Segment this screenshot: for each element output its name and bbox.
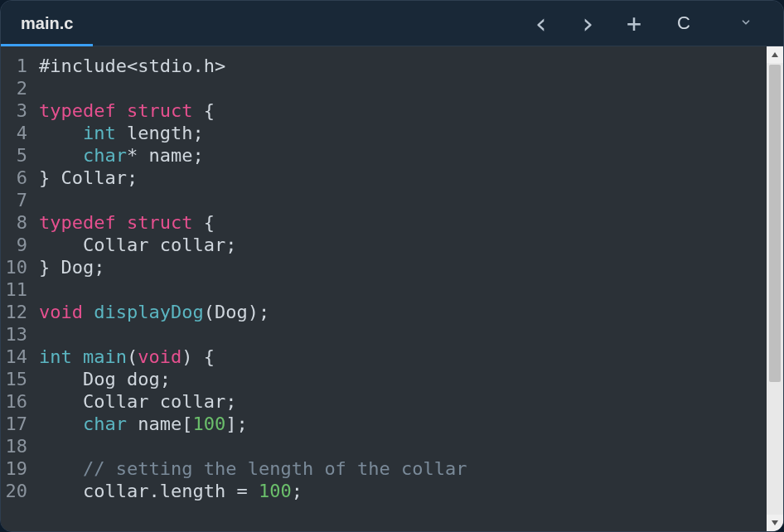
line-number: 12 — [1, 301, 34, 323]
tab-filename: main.c — [21, 14, 73, 33]
scroll-up-arrow-icon[interactable] — [767, 46, 783, 63]
code-line[interactable]: collar.length = 100; — [39, 480, 767, 502]
line-number: 15 — [1, 368, 34, 390]
code-line[interactable]: // setting the length of the collar — [39, 457, 767, 480]
code-line[interactable] — [39, 435, 767, 457]
line-number: 11 — [1, 278, 34, 301]
editor-body: 1234567891011121314151617181920 #include… — [1, 46, 783, 531]
tabbar-spacer — [93, 1, 530, 46]
line-number: 17 — [1, 413, 34, 435]
line-number: 8 — [1, 211, 34, 234]
code-area[interactable]: #include<stdio.h>typedef struct { int le… — [34, 46, 767, 531]
code-line[interactable]: typedef struct { — [39, 99, 767, 122]
code-line[interactable]: Dog dog; — [39, 368, 767, 390]
tabbar-actions: ‹ › + C — [530, 1, 783, 46]
code-line[interactable] — [39, 189, 767, 211]
scroll-thumb[interactable] — [769, 65, 781, 382]
scrollbar-vertical[interactable] — [767, 46, 783, 531]
code-line[interactable]: #include<stdio.h> — [39, 55, 767, 77]
line-number: 9 — [1, 234, 34, 256]
nav-back-icon[interactable]: ‹ — [530, 12, 553, 35]
tab-bar: main.c ‹ › + C — [1, 1, 783, 46]
code-line[interactable]: char* name; — [39, 144, 767, 167]
line-number: 6 — [1, 167, 34, 189]
chevron-down-icon — [740, 16, 752, 31]
code-line[interactable] — [39, 323, 767, 346]
nav-forward-icon[interactable]: › — [576, 12, 599, 35]
scroll-down-arrow-icon[interactable] — [767, 515, 783, 531]
svg-marker-1 — [772, 520, 778, 525]
new-tab-icon[interactable]: + — [622, 12, 646, 35]
code-line[interactable]: int length; — [39, 122, 767, 144]
code-line[interactable]: Collar collar; — [39, 390, 767, 413]
line-number: 20 — [1, 480, 34, 502]
line-number: 2 — [1, 77, 34, 99]
editor-frame: main.c ‹ › + C 1234567891011121314151617… — [0, 0, 784, 532]
code-line[interactable]: } Dog; — [39, 256, 767, 278]
line-number: 18 — [1, 435, 34, 457]
line-number: 14 — [1, 346, 34, 368]
code-line[interactable]: int main(void) { — [39, 346, 767, 368]
code-line[interactable]: char name[100]; — [39, 413, 767, 435]
line-number-gutter: 1234567891011121314151617181920 — [1, 46, 34, 531]
code-line[interactable]: } Collar; — [39, 167, 767, 189]
tab-main-c[interactable]: main.c — [1, 1, 93, 46]
scroll-track[interactable] — [767, 63, 783, 515]
line-number: 4 — [1, 122, 34, 144]
line-number: 10 — [1, 256, 34, 278]
svg-marker-0 — [772, 52, 778, 57]
language-select[interactable]: C — [669, 7, 763, 39]
line-number: 5 — [1, 144, 34, 167]
line-number: 13 — [1, 323, 34, 346]
line-number: 7 — [1, 189, 34, 211]
code-line[interactable] — [39, 278, 767, 301]
code-line[interactable]: typedef struct { — [39, 211, 767, 234]
line-number: 1 — [1, 55, 34, 77]
code-line[interactable]: Collar collar; — [39, 234, 767, 256]
line-number: 19 — [1, 457, 34, 480]
language-label: C — [677, 12, 690, 34]
line-number: 16 — [1, 390, 34, 413]
code-line[interactable] — [39, 77, 767, 99]
line-number: 3 — [1, 99, 34, 122]
code-line[interactable]: void displayDog(Dog); — [39, 301, 767, 323]
